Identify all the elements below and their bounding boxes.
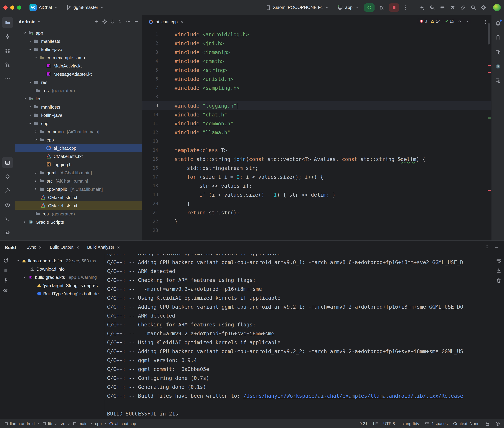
build-tree-item-download-info[interactable]: Download info	[12, 265, 105, 273]
build-tree-item-jvmtarget-string-is-deprec[interactable]: 'jvmTarget: String' is deprec	[12, 281, 105, 289]
chevron-down-icon[interactable]	[28, 47, 32, 51]
tree-item-cmakelists-txt[interactable]: CMakeLists.txt	[15, 201, 142, 210]
pull-requests-icon[interactable]	[2, 59, 13, 70]
user-avatar[interactable]	[493, 4, 501, 11]
close-icon[interactable]	[76, 246, 80, 249]
tree-item-res[interactable]: res	[15, 78, 142, 86]
more-tools-icon[interactable]	[2, 73, 13, 84]
collapse-all-icon[interactable]	[118, 19, 123, 24]
commit-icon[interactable]	[2, 31, 13, 42]
zoom-window-button[interactable]	[17, 5, 21, 9]
add-icon[interactable]	[94, 19, 99, 24]
eye-icon[interactable]	[3, 288, 9, 293]
close-window-button[interactable]	[3, 5, 8, 9]
version-control-icon[interactable]	[2, 227, 13, 239]
tree-item-messageadapter-kt[interactable]: MessageAdapter.kt	[15, 70, 142, 78]
app-inspection-icon[interactable]	[492, 75, 503, 86]
tree-item-manifests[interactable]: manifests	[15, 103, 142, 111]
tree-item-cmakelists-txt[interactable]: CMakeLists.txt	[15, 193, 142, 201]
project-icon[interactable]	[2, 17, 13, 28]
status-4-spaces[interactable]: 4 spaces	[425, 421, 448, 426]
tree-item-ggml[interactable]: ggml[AiChat.lib.main]	[15, 169, 142, 177]
breadcrumb-cpp[interactable]: cpp	[95, 421, 102, 426]
inspect-code-icon[interactable]	[429, 5, 435, 10]
build-tree-item-llama-android-fin[interactable]: llama.android: fin22 sec, 583 ms	[12, 256, 105, 265]
code-editor[interactable]: 1#include <android/log.h>2#include <jni.…	[142, 29, 491, 240]
tree-item-res[interactable]: res(generated)	[15, 210, 142, 218]
chevron-right-icon[interactable]	[28, 39, 32, 43]
tab-options-icon[interactable]	[483, 19, 488, 25]
chevron-down-icon[interactable]	[23, 31, 27, 35]
tree-item-gradle-scripts[interactable]: GGradle Scripts	[15, 218, 142, 226]
more-run-options-button[interactable]	[402, 3, 410, 12]
chevron-down-icon[interactable]	[16, 259, 20, 263]
close-tab-icon[interactable]	[180, 20, 183, 24]
tree-item-manifests[interactable]: manifests	[15, 37, 142, 45]
logcat-icon[interactable]	[2, 157, 13, 168]
stop-button[interactable]	[389, 3, 399, 11]
status-utf-8[interactable]: UTF-8	[383, 421, 395, 426]
tree-item-ai-chat-cpp[interactable]: ai_chat.cpp	[15, 144, 142, 152]
search-everywhere-icon[interactable]	[470, 5, 476, 10]
chevron-right-icon[interactable]	[23, 220, 27, 224]
stop-disabled-icon[interactable]	[3, 268, 9, 273]
tree-item-common[interactable]: common[AiChat.lib.main]	[15, 127, 142, 136]
run-button[interactable]	[364, 3, 375, 11]
tree-item-lib[interactable]: lib	[15, 95, 142, 103]
structure-icon[interactable]	[2, 45, 13, 56]
status-highlight-icon[interactable]	[495, 421, 500, 426]
chevron-down-icon[interactable]	[28, 121, 32, 125]
status-context-none[interactable]: Context: None	[453, 421, 479, 426]
gradle-icon[interactable]: G	[492, 61, 503, 72]
device-selector[interactable]: Xiaomi POCOPHONE F1	[263, 3, 332, 11]
status-9-21[interactable]: 9:21	[359, 421, 367, 426]
hide-icon[interactable]	[134, 19, 138, 24]
breadcrumb-lib[interactable]: lib	[42, 421, 52, 426]
tree-item-src[interactable]: src[AiChat.lib.main]	[15, 177, 142, 185]
vcs-branch-widget[interactable]: ggml-master	[63, 3, 107, 11]
build-icon[interactable]	[2, 185, 13, 196]
chevron-down-icon[interactable]	[34, 56, 38, 60]
expand-all-icon[interactable]	[110, 19, 115, 24]
device-mirror-icon[interactable]	[460, 5, 466, 10]
tree-item-cpp[interactable]: cpp	[15, 136, 142, 144]
tree-item-res[interactable]: res(generated)	[15, 86, 142, 95]
tree-item-kotlin-java[interactable]: kotlin+java	[15, 45, 142, 53]
notifications-icon[interactable]	[492, 18, 503, 29]
status-unlock-icon[interactable]	[485, 421, 490, 426]
breadcrumb-main[interactable]: main	[73, 421, 87, 426]
chevron-right-icon[interactable]	[28, 105, 32, 109]
chevron-right-icon[interactable]	[28, 80, 32, 84]
project-view-selector[interactable]: Android	[18, 19, 41, 24]
tree-item-cpp[interactable]: cpp	[15, 119, 142, 127]
tree-item-app[interactable]: app	[15, 29, 142, 37]
clear-icon[interactable]	[496, 278, 501, 283]
build-console[interactable]: C/C++: -- Using KleidiAI optimized kerne…	[105, 254, 504, 419]
breadcrumb-llama-android[interactable]: llama.android	[4, 421, 35, 426]
build-options-icon[interactable]	[484, 245, 490, 250]
close-icon[interactable]	[39, 246, 42, 249]
status-lf[interactable]: LF	[373, 421, 378, 426]
task-list-icon[interactable]	[440, 5, 445, 10]
breadcrumb-ai-chat-cpp[interactable]: ai_chat.cpp	[109, 421, 136, 426]
build-tab-build-output[interactable]: Build Output	[47, 243, 83, 251]
locate-icon[interactable]	[102, 19, 107, 24]
debug-button[interactable]	[377, 3, 386, 12]
build-tab-build-analyzer[interactable]: Build Analyzer	[84, 243, 123, 251]
chevron-down-icon[interactable]	[23, 275, 27, 279]
breadcrumb-src[interactable]: src	[60, 421, 65, 426]
tree-item-com-example-llama[interactable]: com.example.llama	[15, 53, 142, 62]
translate-icon[interactable]	[419, 5, 425, 10]
tree-item-logging-h[interactable]: logging.h	[15, 160, 142, 169]
console-link[interactable]: /Users/hanyin/Workspace/ai-chat/examples…	[243, 393, 463, 399]
more-icon[interactable]	[126, 19, 131, 24]
run-config-selector[interactable]: app	[335, 3, 361, 11]
tree-item-kotlin-java[interactable]: kotlin+java	[15, 111, 142, 119]
problems-icon[interactable]	[2, 199, 13, 210]
chevron-down-icon[interactable]	[23, 97, 27, 101]
chevron-right-icon[interactable]	[34, 130, 38, 134]
soft-wrap-icon[interactable]	[496, 258, 501, 263]
pin-icon[interactable]	[3, 278, 9, 283]
settings-icon[interactable]	[481, 5, 486, 10]
build-tab-sync[interactable]: Sync	[24, 243, 45, 251]
